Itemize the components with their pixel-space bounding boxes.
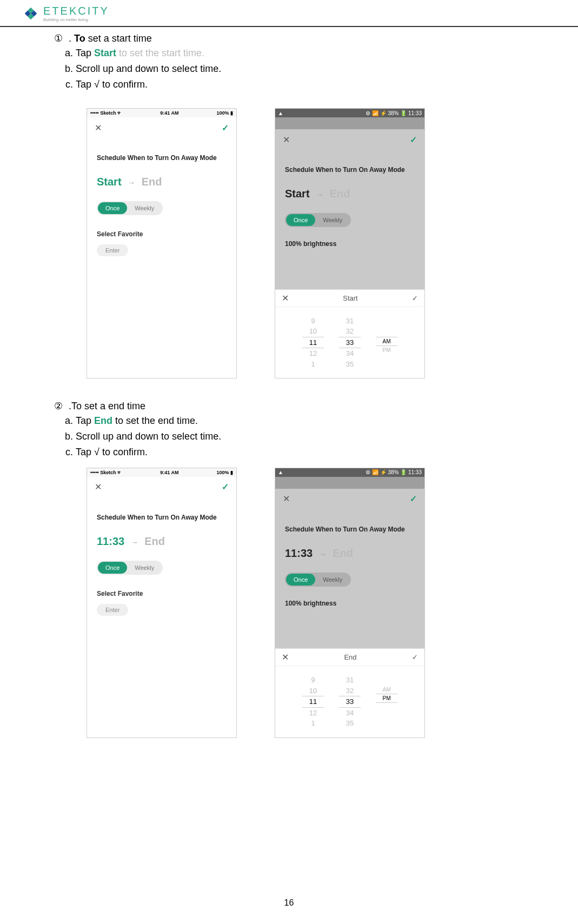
ios-screen-start: ••••• Sketch ᯤ 9:41 AM 100% ▮ ✕ ✓ Schedu… (87, 108, 237, 378)
section-2: ② .To set a end time (54, 400, 546, 412)
once-pill[interactable]: Once (98, 562, 127, 574)
once-pill[interactable]: Once (98, 202, 127, 214)
ampm-wheel[interactable]: AM PM (376, 675, 397, 729)
circled-2: ② (54, 400, 66, 412)
step-1c: Tap √ to confirm. (76, 77, 546, 92)
battery-pct: 100% ▮ (216, 470, 233, 475)
section-1-steps: Tap Start to set the start time. Scroll … (32, 45, 546, 92)
weekly-pill[interactable]: Weekly (315, 214, 350, 226)
confirm-icon[interactable]: ✓ (222, 482, 229, 492)
arrow-icon: → (131, 538, 138, 547)
section-2-title: .To set a end time (69, 401, 145, 411)
step-1a: Tap Start to set the start time. (76, 45, 546, 61)
ios-status-bar: ••••• Sketch ᯤ 9:41 AM 100% ▮ (87, 109, 236, 117)
start-label[interactable]: Start (285, 188, 310, 200)
weekly-pill[interactable]: Weekly (315, 574, 350, 586)
picker-close-icon[interactable]: ✕ (282, 652, 289, 662)
android-screen-end: ▲ ⚙ 📶 ⚡ 38% 🔋 11:33 ✕ ✓ Schedule When to… (275, 468, 425, 738)
section-2-steps: Tap End to set the end time. Scroll up a… (32, 413, 546, 460)
freq-toggle[interactable]: Once Weekly (285, 213, 351, 227)
brightness-label: 100% brightness (285, 240, 415, 248)
status-right: ⚙ 📶 ⚡ 38% 🔋 11:33 (366, 110, 422, 116)
start-label[interactable]: Start (97, 176, 122, 188)
status-right: ⚙ 📶 ⚡ 38% 🔋 11:33 (366, 469, 422, 475)
end-label[interactable]: End (330, 188, 350, 200)
enter-button[interactable]: Enter (97, 244, 128, 256)
step-2a: Tap End to set the end time. (76, 413, 546, 429)
picker-confirm-icon[interactable]: ✓ (412, 294, 418, 302)
minute-wheel[interactable]: 31 32 33 34 35 (339, 316, 361, 370)
brand-name: ETEKCITY (43, 5, 109, 16)
wifi-icon: ᯤ (117, 470, 122, 475)
screens-row-2: ••••• Sketch ᯤ 9:41 AM 100% ▮ ✕ ✓ Schedu… (32, 460, 546, 743)
weekly-pill[interactable]: Weekly (127, 562, 162, 574)
start-time-value[interactable]: 11:33 (97, 535, 124, 547)
confirm-icon[interactable]: ✓ (410, 494, 417, 504)
nav-bar: ✕ ✓ (275, 489, 424, 509)
arrow-icon: → (128, 178, 135, 187)
android-screen-start: ▲ ⚙ 📶 ⚡ 38% 🔋 11:33 ✕ ✓ Schedule When to… (275, 108, 425, 378)
nav-bar: ✕ ✓ (87, 117, 236, 138)
start-end-row: 11:33 → End (285, 547, 415, 560)
time-picker-panel: ✕ End ✓ 9 10 11 12 1 31 32 33 (275, 648, 424, 737)
picker-title: Start (343, 294, 357, 302)
nav-bar: ✕ ✓ (87, 477, 236, 497)
freq-toggle[interactable]: Once Weekly (97, 201, 163, 215)
once-pill[interactable]: Once (286, 214, 315, 226)
weekly-pill[interactable]: Weekly (127, 202, 162, 214)
end-keyword: End (94, 415, 112, 426)
enter-button[interactable]: Enter (97, 604, 128, 616)
status-time: 9:41 AM (160, 470, 178, 475)
select-favorite-label: Select Favorite (97, 230, 227, 238)
start-keyword: Start (94, 48, 116, 58)
confirm-icon[interactable]: ✓ (222, 123, 229, 133)
picker-title: End (344, 653, 356, 661)
page-header: ETEKCITY Building on better living. (0, 0, 578, 27)
hour-wheel[interactable]: 9 10 11 12 1 (302, 316, 324, 370)
step-2b: Scroll up and down to select time. (76, 429, 546, 444)
close-icon[interactable]: ✕ (95, 482, 102, 492)
close-icon[interactable]: ✕ (283, 494, 290, 504)
select-favorite-label: Select Favorite (97, 590, 227, 597)
section-1-title: . To set a start time (69, 33, 152, 44)
end-label[interactable]: End (333, 547, 353, 559)
schedule-title: Schedule When to Turn On Away Mode (285, 526, 415, 533)
minute-wheel[interactable]: 31 32 33 34 35 (339, 675, 361, 729)
end-label[interactable]: End (142, 176, 162, 188)
ampm-wheel[interactable]: AM PM (376, 316, 397, 370)
step-1b: Scroll up and down to select time. (76, 61, 546, 77)
time-wheel[interactable]: 9 10 11 12 1 31 32 33 34 35 (275, 307, 424, 378)
freq-toggle[interactable]: Once Weekly (97, 561, 163, 575)
schedule-title: Schedule When to Turn On Away Mode (97, 514, 227, 521)
start-end-row: Start → End (97, 176, 227, 188)
time-picker-panel: ✕ Start ✓ 9 10 11 12 1 31 32 33 (275, 289, 424, 378)
nav-bar: ✕ ✓ (275, 129, 424, 150)
android-status-bar: ▲ ⚙ 📶 ⚡ 38% 🔋 11:33 (275, 468, 424, 477)
picker-confirm-icon[interactable]: ✓ (412, 653, 418, 661)
brand-text: ETEKCITY Building on better living. (43, 5, 109, 22)
wifi-icon: ᯤ (117, 110, 122, 116)
hour-wheel[interactable]: 9 10 11 12 1 (302, 675, 324, 729)
close-icon[interactable]: ✕ (95, 123, 102, 133)
schedule-title: Schedule When to Turn On Away Mode (285, 166, 415, 174)
schedule-title: Schedule When to Turn On Away Mode (97, 154, 227, 162)
start-time-value[interactable]: 11:33 (285, 547, 313, 559)
arrow-icon: → (319, 550, 327, 559)
close-icon[interactable]: ✕ (283, 135, 290, 145)
picker-close-icon[interactable]: ✕ (282, 293, 289, 303)
freq-toggle[interactable]: Once Weekly (285, 573, 351, 587)
logo-icon (22, 4, 40, 23)
notif-icon: ▲ (278, 469, 283, 475)
once-pill[interactable]: Once (286, 574, 315, 586)
time-wheel[interactable]: 9 10 11 12 1 31 32 33 34 35 (275, 666, 424, 737)
screens-row-1: ••••• Sketch ᯤ 9:41 AM 100% ▮ ✕ ✓ Schedu… (32, 92, 546, 384)
android-status-bar: ▲ ⚙ 📶 ⚡ 38% 🔋 11:33 (275, 109, 424, 117)
confirm-icon[interactable]: ✓ (410, 135, 417, 145)
ios-status-bar: ••••• Sketch ᯤ 9:41 AM 100% ▮ (87, 468, 236, 477)
step-2c: Tap √ to confirm. (76, 444, 546, 460)
brightness-label: 100% brightness (285, 600, 415, 607)
end-label[interactable]: End (144, 535, 165, 547)
brand-tagline: Building on better living. (43, 17, 109, 22)
battery-pct: 100% ▮ (216, 110, 233, 116)
status-time: 9:41 AM (160, 110, 178, 116)
